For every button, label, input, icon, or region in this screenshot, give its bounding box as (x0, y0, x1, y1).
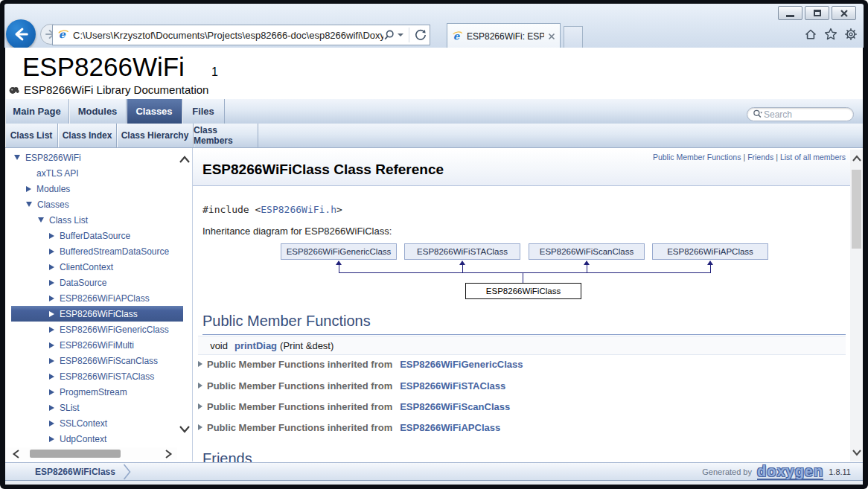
summary-links: Public Member Functions|Friends|List of … (653, 153, 846, 162)
tree-item-axtls-api[interactable]: axTLS API (26, 165, 193, 181)
close-button[interactable] (832, 6, 856, 20)
tree-collapsed-icon[interactable] (49, 342, 54, 348)
gear-icon (844, 28, 858, 41)
tree-collapsed-icon[interactable] (49, 374, 54, 380)
tree-item-class-list[interactable]: Class List (38, 212, 205, 228)
tree-collapsed-icon[interactable] (49, 280, 54, 286)
search-magnifier-icon[interactable] (753, 109, 762, 119)
tree-collapsed-icon[interactable] (26, 186, 31, 192)
tree-collapsed-icon[interactable] (49, 436, 54, 442)
refresh-icon[interactable] (415, 29, 427, 41)
tab-main-page[interactable]: Main Page (5, 99, 69, 124)
include-file-link[interactable]: ESP8266WiFi.h (261, 204, 336, 215)
expand-arrow-icon[interactable] (198, 403, 202, 409)
tree-item-datasource[interactable]: DataSource (49, 275, 216, 290)
tab-close-icon[interactable] (548, 33, 555, 40)
tree-item-esp8266wifiapclass[interactable]: ESP8266WiFiAPClass (49, 290, 216, 306)
summary-link-public-member-functions[interactable]: Public Member Functions (653, 153, 741, 162)
diagram-box-genericclass[interactable]: ESP8266WiFiGenericClass (281, 243, 397, 260)
scroll-down-button[interactable] (850, 445, 863, 460)
new-tab-button[interactable] (564, 26, 583, 48)
tree-expanded-icon[interactable] (14, 155, 20, 160)
tree-collapsed-icon[interactable] (49, 421, 54, 426)
tree-collapsed-icon[interactable] (49, 233, 54, 239)
tree-collapsed-icon[interactable] (49, 295, 54, 301)
tab-classes[interactable]: Classes (127, 99, 182, 124)
vertical-scroll-thumb[interactable] (852, 170, 861, 249)
diagram-box-staclass[interactable]: ESP8266WiFiSTAClass (404, 243, 520, 260)
tree-item-modules[interactable]: Modules (26, 181, 193, 196)
tab-class-list[interactable]: Class List (5, 124, 58, 147)
horizontal-scroll-thumb[interactable] (30, 450, 121, 458)
maximize-button[interactable] (805, 6, 829, 20)
inherited-section-apclass[interactable]: Public Member Functions inherited from E… (198, 418, 500, 437)
settings-button[interactable] (844, 28, 858, 41)
expand-arrow-icon[interactable] (198, 424, 202, 430)
breadcrumb: ESP8266WiFiClass (35, 464, 131, 480)
tree-item-esp8266wifimulti[interactable]: ESP8266WiFiMulti (49, 337, 216, 353)
diagram-box-scanclass[interactable]: ESP8266WiFiScanClass (529, 243, 645, 260)
tree-collapsed-icon[interactable] (49, 358, 54, 364)
sidebar-horizontal-scrollbar[interactable] (6, 447, 177, 460)
scroll-up-button[interactable] (850, 151, 863, 166)
sidebar-scroll-up-icon[interactable] (179, 155, 191, 164)
breadcrumb-item[interactable]: ESP8266WiFiClass (35, 467, 115, 477)
minimize-button[interactable] (778, 6, 802, 20)
favorites-button[interactable] (824, 28, 837, 41)
sidebar-scroll-down-icon[interactable] (179, 425, 191, 434)
tree-collapsed-icon[interactable] (49, 264, 54, 270)
tree-item-bufferedstreamdatasource[interactable]: BufferedStreamDataSource (49, 243, 216, 259)
summary-link-all-members[interactable]: List of all members (780, 153, 846, 162)
tree-collapsed-icon[interactable] (49, 327, 54, 333)
tree-collapsed-icon[interactable] (49, 249, 54, 255)
tab-class-members[interactable]: Class Members (194, 124, 258, 147)
tree-collapsed-icon[interactable] (49, 311, 54, 317)
home-button[interactable] (804, 28, 817, 41)
tree-item-esp8266wifigenericclass[interactable]: ESP8266WiFiGenericClass (49, 322, 216, 337)
inherited-class-link[interactable]: ESP8266WiFiAPClass (400, 422, 500, 433)
tree-item-progmemstream[interactable]: ProgmemStream (49, 384, 216, 400)
tree-item-sslcontext[interactable]: SSLContext (49, 415, 216, 431)
tree-expanded-icon[interactable] (38, 217, 44, 223)
tab-modules[interactable]: Modules (69, 99, 127, 124)
inherited-class-link[interactable]: ESP8266WiFiScanClass (400, 401, 510, 412)
inherited-section-scanclass[interactable]: Public Member Functions inherited from E… (198, 397, 510, 416)
tab-class-hierarchy[interactable]: Class Hierarchy (117, 124, 194, 147)
tree-collapsed-icon[interactable] (49, 389, 54, 395)
tree-item-esp8266wifi[interactable]: ESP8266WiFi (14, 150, 181, 165)
inheritance-caption: Inheritance diagram for ESP8266WiFiClass… (202, 226, 392, 237)
tree-collapsed-icon[interactable] (49, 405, 54, 411)
inherited-class-link[interactable]: ESP8266WiFiGenericClass (400, 359, 523, 370)
search-box[interactable] (747, 107, 854, 121)
tree-item-esp8266wificlass-selected[interactable]: ESP8266WiFiClass (11, 306, 183, 322)
address-dropdown-icon[interactable] (398, 33, 403, 36)
tree-item-bufferdatasource[interactable]: BufferDataSource (49, 228, 216, 243)
inherited-section-staclass[interactable]: Public Member Functions inherited from E… (198, 376, 505, 395)
expand-arrow-icon[interactable] (198, 361, 202, 367)
inherited-class-link[interactable]: ESP8266WiFiSTAClass (400, 380, 505, 391)
content-vertical-scrollbar[interactable] (850, 150, 863, 461)
tab-class-index[interactable]: Class Index (58, 124, 117, 147)
tree-item-udpcontext[interactable]: UdpContext (49, 431, 216, 447)
back-button[interactable] (6, 19, 36, 49)
tree-item-esp8266wifistaclass[interactable]: ESP8266WiFiSTAClass (49, 368, 216, 384)
scroll-right-icon[interactable] (165, 449, 173, 459)
tree-item-clientcontext[interactable]: ClientContext (49, 259, 216, 275)
tree-item-esp8266wifiscanclass[interactable]: ESP8266WiFiScanClass (49, 353, 216, 368)
summary-link-friends[interactable]: Friends (747, 153, 773, 162)
address-bar[interactable]: e (52, 25, 430, 45)
tree-item-slist[interactable]: SList (49, 400, 216, 415)
address-input[interactable] (73, 30, 383, 41)
member-name-link[interactable]: printDiag (234, 340, 277, 351)
inherited-section-genericclass[interactable]: Public Member Functions inherited from E… (198, 354, 523, 374)
expand-arrow-icon[interactable] (198, 383, 202, 389)
browser-tab[interactable]: e ESP8266WiFi: ESP8266WiFi... (447, 23, 561, 48)
search-icon[interactable] (383, 30, 395, 41)
tab-files[interactable]: Files (182, 99, 225, 124)
scroll-left-icon[interactable] (12, 449, 20, 459)
search-input[interactable] (764, 109, 849, 120)
doxygen-logo[interactable]: doxygen (757, 464, 823, 480)
diagram-box-apclass[interactable]: ESP8266WiFiAPClass (652, 243, 768, 260)
tree-expanded-icon[interactable] (26, 202, 32, 207)
tree-item-classes[interactable]: Classes (26, 196, 193, 212)
